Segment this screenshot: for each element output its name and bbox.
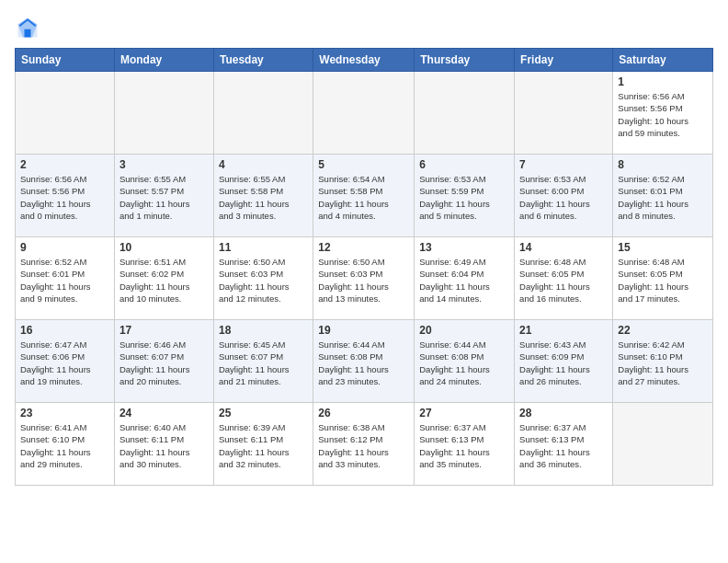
calendar-cell: 19Sunrise: 6:44 AM Sunset: 6:08 PM Dayli…	[313, 320, 415, 403]
calendar-header-wednesday: Wednesday	[313, 49, 415, 72]
calendar-cell	[213, 72, 313, 155]
day-info: Sunrise: 6:56 AM Sunset: 5:56 PM Dayligh…	[618, 90, 708, 139]
day-info: Sunrise: 6:42 AM Sunset: 6:10 PM Dayligh…	[618, 339, 708, 387]
calendar-table: SundayMondayTuesdayWednesdayThursdayFrid…	[15, 48, 713, 486]
calendar-cell: 27Sunrise: 6:37 AM Sunset: 6:13 PM Dayli…	[415, 403, 515, 486]
day-number: 21	[519, 324, 608, 337]
calendar-cell: 7Sunrise: 6:53 AM Sunset: 6:00 PM Daylig…	[515, 155, 613, 237]
day-info: Sunrise: 6:46 AM Sunset: 6:07 PM Dayligh…	[119, 339, 209, 387]
day-number: 9	[20, 241, 109, 254]
day-number: 24	[119, 407, 209, 419]
day-info: Sunrise: 6:54 AM Sunset: 5:58 PM Dayligh…	[318, 173, 409, 222]
day-info: Sunrise: 6:47 AM Sunset: 6:06 PM Dayligh…	[20, 339, 109, 387]
calendar-week-row: 9Sunrise: 6:52 AM Sunset: 6:01 PM Daylig…	[16, 237, 713, 320]
day-number: 23	[20, 407, 109, 419]
day-number: 10	[119, 241, 209, 254]
calendar-cell: 26Sunrise: 6:38 AM Sunset: 6:12 PM Dayli…	[313, 403, 415, 486]
calendar-cell: 22Sunrise: 6:42 AM Sunset: 6:10 PM Dayli…	[613, 320, 713, 403]
calendar-header-tuesday: Tuesday	[213, 49, 313, 72]
day-number: 1	[618, 75, 708, 88]
day-number: 17	[119, 324, 209, 337]
day-number: 11	[219, 241, 308, 254]
logo-icon	[15, 15, 40, 40]
calendar-cell: 17Sunrise: 6:46 AM Sunset: 6:07 PM Dayli…	[114, 320, 213, 403]
calendar-header-row: SundayMondayTuesdayWednesdayThursdayFrid…	[16, 49, 713, 72]
calendar-cell: 3Sunrise: 6:55 AM Sunset: 5:57 PM Daylig…	[114, 155, 213, 237]
day-info: Sunrise: 6:56 AM Sunset: 5:56 PM Dayligh…	[20, 173, 109, 222]
day-info: Sunrise: 6:45 AM Sunset: 6:07 PM Dayligh…	[219, 339, 308, 387]
calendar-week-row: 16Sunrise: 6:47 AM Sunset: 6:06 PM Dayli…	[16, 320, 713, 403]
day-number: 18	[219, 324, 308, 337]
day-info: Sunrise: 6:38 AM Sunset: 6:12 PM Dayligh…	[318, 421, 409, 470]
calendar-cell: 1Sunrise: 6:56 AM Sunset: 5:56 PM Daylig…	[613, 72, 713, 155]
day-number: 12	[318, 241, 409, 254]
calendar-header-sunday: Sunday	[16, 49, 115, 72]
day-number: 4	[219, 158, 308, 171]
day-info: Sunrise: 6:51 AM Sunset: 6:02 PM Dayligh…	[119, 256, 209, 304]
calendar-cell: 24Sunrise: 6:40 AM Sunset: 6:11 PM Dayli…	[114, 403, 213, 486]
day-info: Sunrise: 6:50 AM Sunset: 6:03 PM Dayligh…	[318, 256, 409, 304]
day-number: 25	[219, 407, 308, 419]
day-info: Sunrise: 6:53 AM Sunset: 6:00 PM Dayligh…	[519, 173, 608, 222]
calendar-header-saturday: Saturday	[613, 49, 713, 72]
day-info: Sunrise: 6:43 AM Sunset: 6:09 PM Dayligh…	[519, 339, 608, 387]
day-number: 15	[618, 241, 708, 254]
calendar-cell: 23Sunrise: 6:41 AM Sunset: 6:10 PM Dayli…	[16, 403, 115, 486]
day-info: Sunrise: 6:50 AM Sunset: 6:03 PM Dayligh…	[219, 256, 308, 304]
day-number: 27	[419, 407, 509, 419]
day-number: 5	[318, 158, 409, 171]
day-info: Sunrise: 6:48 AM Sunset: 6:05 PM Dayligh…	[618, 256, 708, 304]
day-info: Sunrise: 6:55 AM Sunset: 5:58 PM Dayligh…	[219, 173, 308, 222]
day-number: 7	[519, 158, 608, 171]
calendar-header-thursday: Thursday	[415, 49, 515, 72]
calendar-cell: 20Sunrise: 6:44 AM Sunset: 6:08 PM Dayli…	[415, 320, 515, 403]
day-info: Sunrise: 6:40 AM Sunset: 6:11 PM Dayligh…	[119, 421, 209, 470]
calendar-cell: 4Sunrise: 6:55 AM Sunset: 5:58 PM Daylig…	[213, 155, 313, 237]
day-info: Sunrise: 6:52 AM Sunset: 6:01 PM Dayligh…	[20, 256, 109, 304]
day-info: Sunrise: 6:52 AM Sunset: 6:01 PM Dayligh…	[618, 173, 708, 222]
day-number: 14	[519, 241, 608, 254]
calendar-cell	[114, 72, 213, 155]
day-info: Sunrise: 6:41 AM Sunset: 6:10 PM Dayligh…	[20, 421, 109, 470]
calendar-week-row: 1Sunrise: 6:56 AM Sunset: 5:56 PM Daylig…	[16, 72, 713, 155]
logo	[15, 15, 44, 40]
day-number: 13	[419, 241, 509, 254]
calendar-cell: 16Sunrise: 6:47 AM Sunset: 6:06 PM Dayli…	[16, 320, 115, 403]
calendar-cell: 5Sunrise: 6:54 AM Sunset: 5:58 PM Daylig…	[313, 155, 415, 237]
calendar-week-row: 2Sunrise: 6:56 AM Sunset: 5:56 PM Daylig…	[16, 155, 713, 237]
calendar-cell	[613, 403, 713, 486]
calendar-header-monday: Monday	[114, 49, 213, 72]
calendar-cell: 11Sunrise: 6:50 AM Sunset: 6:03 PM Dayli…	[213, 237, 313, 320]
day-number: 28	[519, 407, 608, 419]
svg-rect-2	[25, 29, 31, 38]
calendar-week-row: 23Sunrise: 6:41 AM Sunset: 6:10 PM Dayli…	[16, 403, 713, 486]
calendar-cell: 12Sunrise: 6:50 AM Sunset: 6:03 PM Dayli…	[313, 237, 415, 320]
calendar-header-friday: Friday	[515, 49, 613, 72]
day-number: 3	[119, 158, 209, 171]
day-number: 22	[618, 324, 708, 337]
day-number: 6	[419, 158, 509, 171]
day-info: Sunrise: 6:55 AM Sunset: 5:57 PM Dayligh…	[119, 173, 209, 222]
calendar-cell: 18Sunrise: 6:45 AM Sunset: 6:07 PM Dayli…	[213, 320, 313, 403]
calendar-cell: 10Sunrise: 6:51 AM Sunset: 6:02 PM Dayli…	[114, 237, 213, 320]
day-info: Sunrise: 6:37 AM Sunset: 6:13 PM Dayligh…	[519, 421, 608, 470]
day-number: 2	[20, 158, 109, 171]
day-number: 20	[419, 324, 509, 337]
calendar-cell: 21Sunrise: 6:43 AM Sunset: 6:09 PM Dayli…	[515, 320, 613, 403]
page-header	[15, 15, 713, 40]
day-info: Sunrise: 6:44 AM Sunset: 6:08 PM Dayligh…	[419, 339, 509, 387]
calendar-cell: 28Sunrise: 6:37 AM Sunset: 6:13 PM Dayli…	[515, 403, 613, 486]
calendar-cell: 14Sunrise: 6:48 AM Sunset: 6:05 PM Dayli…	[515, 237, 613, 320]
calendar-cell	[515, 72, 613, 155]
day-info: Sunrise: 6:37 AM Sunset: 6:13 PM Dayligh…	[419, 421, 509, 470]
calendar-cell: 9Sunrise: 6:52 AM Sunset: 6:01 PM Daylig…	[16, 237, 115, 320]
calendar-cell: 6Sunrise: 6:53 AM Sunset: 5:59 PM Daylig…	[415, 155, 515, 237]
day-number: 8	[618, 158, 708, 171]
calendar-cell	[16, 72, 115, 155]
day-info: Sunrise: 6:44 AM Sunset: 6:08 PM Dayligh…	[318, 339, 409, 387]
day-info: Sunrise: 6:53 AM Sunset: 5:59 PM Dayligh…	[419, 173, 509, 222]
day-number: 19	[318, 324, 409, 337]
calendar-cell: 13Sunrise: 6:49 AM Sunset: 6:04 PM Dayli…	[415, 237, 515, 320]
calendar-cell: 15Sunrise: 6:48 AM Sunset: 6:05 PM Dayli…	[613, 237, 713, 320]
day-info: Sunrise: 6:49 AM Sunset: 6:04 PM Dayligh…	[419, 256, 509, 304]
